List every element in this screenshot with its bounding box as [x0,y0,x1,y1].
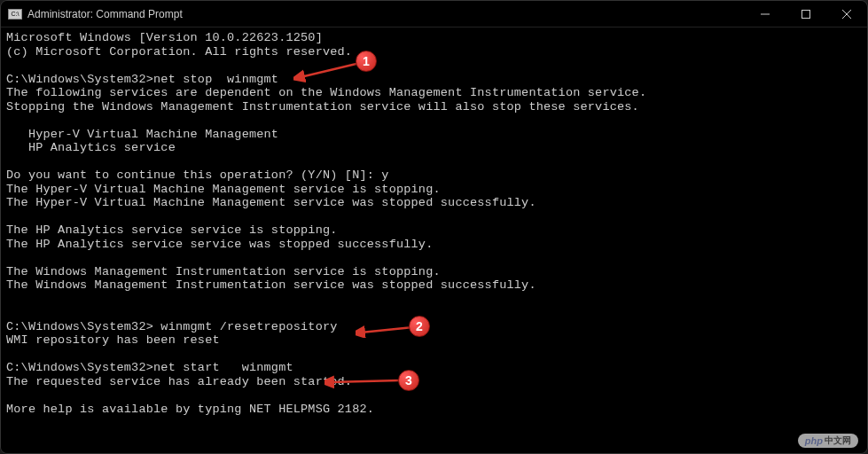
output-line: Stopping the Windows Management Instrume… [6,100,639,114]
output-line: Do you want to continue this operation? … [6,168,389,182]
minimize-button[interactable] [745,1,786,27]
output-line: The Windows Management Instrumentation s… [6,265,441,278]
output-line: More help is available by typing NET HEL… [6,403,374,416]
callout-badge-2: 2 [409,316,430,337]
output-line: WMI repository has been reset [6,333,220,347]
cmd-icon: C:\ [8,9,22,20]
output-line: Hyper-V Virtual Machine Management [6,128,278,141]
output-line: The Hyper-V Virtual Machine Management s… [6,196,536,209]
watermark-pill: php 中文网 [798,434,858,448]
callout-badge-3: 3 [398,370,419,391]
callout-badge-1: 1 [356,51,377,72]
watermark-text: 中文网 [825,434,851,447]
output-line: Microsoft Windows [Version 10.0.22623.12… [6,31,323,44]
output-line: The Hyper-V Virtual Machine Management s… [6,183,441,196]
prompt-line: C:\Windows\System32>net stop winmgmt [6,73,278,86]
output-line: The requested service has already been s… [6,375,352,388]
output-line: The HP Analytics service service is stop… [6,223,338,237]
window-controls [745,1,867,27]
watermark: php 中文网 [798,434,858,448]
output-line: The Windows Management Instrumentation s… [6,278,536,292]
watermark-brand: php [805,435,823,446]
prompt-line: C:\Windows\System32> winmgmt /resetrepos… [6,320,338,333]
output-line: The following services are dependent on … [6,86,646,99]
maximize-button[interactable] [786,1,826,27]
output-line: HP Analytics service [6,141,176,154]
close-button[interactable] [826,1,867,27]
titlebar: C:\ Administrator: Command Prompt [1,1,867,27]
output-line: (c) Microsoft Corporation. All rights re… [6,45,352,59]
output-line: The HP Analytics service service was sto… [6,238,433,251]
window-title: Administrator: Command Prompt [27,8,183,20]
svg-rect-1 [802,10,810,18]
title-left: C:\ Administrator: Command Prompt [8,8,183,20]
prompt-line: C:\Windows\System32>net start winmgmt [6,361,293,374]
terminal-output[interactable]: Microsoft Windows [Version 10.0.22623.12… [1,27,867,453]
